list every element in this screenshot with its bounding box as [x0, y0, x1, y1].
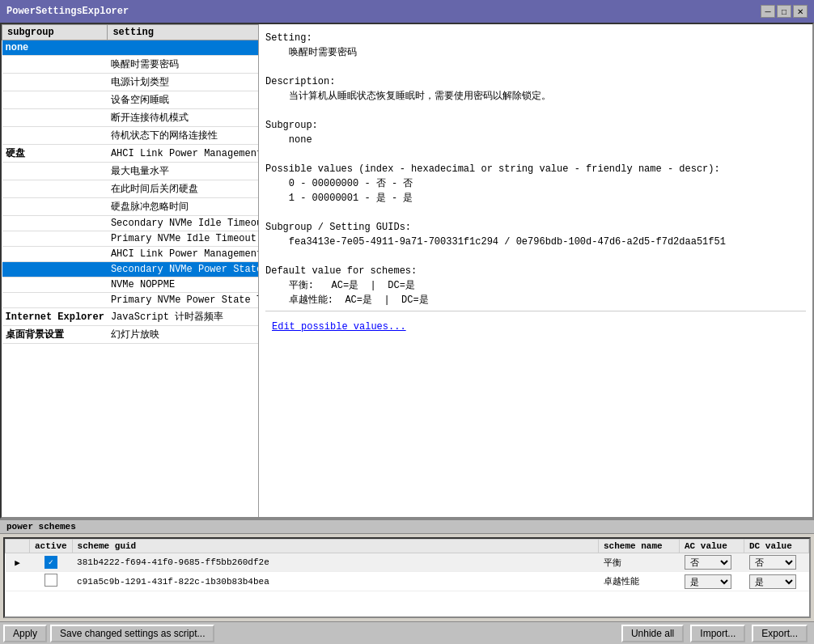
table-row[interactable]: Internet ExplorerJavaScript 计时器频率	[2, 308, 260, 326]
subgroup-cell	[2, 293, 108, 308]
edit-possible-values-link[interactable]: Edit possible values...	[265, 318, 413, 336]
table-row[interactable]: 断开连接待机模式	[2, 109, 260, 127]
right-panel: Setting: 唤醒时需要密码 Description: 当计算机从睡眠状态恢…	[259, 24, 812, 517]
scheme-name: 卓越性能	[599, 572, 680, 591]
dc-value-select[interactable]: 否是	[744, 553, 809, 572]
setting-cell: AHCI Link Power Management	[108, 247, 259, 262]
subgroup-cell	[2, 216, 108, 231]
table-row[interactable]: none	[2, 40, 260, 56]
setting-cell: AHCI Link Power Management	[108, 145, 259, 163]
export-button[interactable]: Export...	[752, 625, 808, 642]
subgroup-cell	[2, 231, 108, 247]
subgroup-cell	[2, 127, 108, 145]
col-dc: DC value	[744, 540, 809, 553]
setting-header: setting	[108, 25, 259, 40]
setting-cell: 电源计划类型	[108, 74, 259, 91]
subgroup-cell: Internet Explorer	[2, 308, 108, 326]
table-row[interactable]: 唤醒时需要密码	[2, 56, 260, 74]
maximize-button[interactable]: □	[777, 5, 791, 18]
setting-cell: NVMe NOPPME	[108, 278, 259, 293]
dc-select[interactable]: 否是	[749, 574, 796, 589]
schemes-table-area: active scheme guid scheme name AC value …	[3, 537, 811, 618]
subgroup-cell	[2, 74, 108, 91]
table-row[interactable]: 桌面背景设置幻灯片放映	[2, 326, 260, 344]
table-row[interactable]: 待机状态下的网络连接性	[2, 127, 260, 145]
table-row[interactable]: Primary NVMe Idle Timeout	[2, 231, 260, 247]
setting-cell: 最大电量水平	[108, 163, 259, 180]
col-active2: active	[30, 540, 73, 553]
setting-cell: Primary NVMe Power State T.	[108, 293, 259, 308]
schemes-header: power schemes	[0, 520, 814, 534]
subgroup-cell: 硬盘	[2, 145, 108, 163]
setting-cell	[108, 40, 259, 56]
ac-value-select[interactable]: 否是	[680, 572, 744, 591]
setting-cell: 待机状态下的网络连接性	[108, 127, 259, 145]
import-button[interactable]: Import...	[690, 625, 745, 642]
subgroup-header: subgroup	[2, 25, 108, 40]
subgroup-cell	[2, 198, 108, 216]
table-row[interactable]: 在此时间后关闭硬盘	[2, 180, 260, 198]
ac-value-select[interactable]: 否是	[680, 553, 744, 572]
setting-cell: 唤醒时需要密码	[108, 56, 259, 74]
setting-cell: 断开连接待机模式	[108, 109, 259, 127]
scheme-guid: c91a5c9b-1291-431f-822c-1b30b83b4bea	[72, 572, 598, 591]
bottom-right-buttons: Unhide all Import... Export...	[621, 625, 811, 642]
table-row[interactable]: 最大电量水平	[2, 163, 260, 180]
col-guid: scheme guid	[72, 540, 598, 553]
subgroup-cell	[2, 56, 108, 74]
table-row[interactable]: Primary NVMe Power State T.	[2, 293, 260, 308]
setting-cell: Secondary NVMe Idle Timeou	[108, 216, 259, 231]
subgroup-cell	[2, 262, 108, 278]
dc-select[interactable]: 否是	[749, 555, 796, 570]
setting-cell: 硬盘脉冲忽略时间	[108, 198, 259, 216]
scheme-guid: 381b4222-f694-41f0-9685-ff5bb260df2e	[72, 553, 598, 572]
ac-select[interactable]: 否是	[685, 574, 731, 589]
table-row[interactable]: Secondary NVMe Power State	[2, 262, 260, 278]
subgroup-cell	[2, 109, 108, 127]
bottom-bar: Apply Save changed settings as script...…	[0, 621, 814, 644]
subgroup-cell	[2, 278, 108, 293]
setting-cell: JavaScript 计时器频率	[108, 308, 259, 326]
save-script-button[interactable]: Save changed settings as script...	[50, 625, 214, 642]
row-arrow: ▶	[6, 553, 30, 572]
active-checkbox[interactable]: ✓	[30, 553, 73, 572]
table-row[interactable]: 硬盘脉冲忽略时间	[2, 198, 260, 216]
subgroup-cell: none	[2, 40, 108, 56]
scheme-name: 平衡	[599, 553, 680, 572]
subgroup-cell	[2, 180, 108, 198]
table-row[interactable]: 设备空闲睡眠	[2, 91, 260, 109]
subgroup-cell	[2, 91, 108, 109]
setting-cell: 幻灯片放映	[108, 326, 259, 344]
setting-cell: 在此时间后关闭硬盘	[108, 180, 259, 198]
apply-button[interactable]: Apply	[3, 625, 47, 642]
ac-select[interactable]: 否是	[685, 555, 731, 570]
main-area: subgroup setting none唤醒时需要密码电源计划类型设备空闲睡眠…	[0, 23, 814, 519]
setting-cell: 设备空闲睡眠	[108, 91, 259, 109]
col-active	[6, 540, 30, 553]
col-ac: AC value	[680, 540, 744, 553]
settings-table: subgroup setting none唤醒时需要密码电源计划类型设备空闲睡眠…	[2, 24, 259, 344]
col-name: scheme name	[599, 540, 680, 553]
schemes-table: active scheme guid scheme name AC value …	[5, 539, 809, 591]
setting-cell: Primary NVMe Idle Timeout	[108, 231, 259, 247]
table-row[interactable]: 硬盘AHCI Link Power Management	[2, 145, 260, 163]
subgroup-cell: 桌面背景设置	[2, 326, 108, 344]
table-row[interactable]: Secondary NVMe Idle Timeou	[2, 216, 260, 231]
dc-value-select[interactable]: 否是	[744, 572, 809, 591]
subgroup-cell	[2, 247, 108, 262]
schemes-section: power schemes active scheme guid scheme …	[0, 519, 814, 621]
close-button[interactable]: ✕	[793, 5, 808, 18]
minimize-button[interactable]: ─	[761, 5, 775, 18]
table-row[interactable]: 电源计划类型	[2, 74, 260, 91]
scheme-row: c91a5c9b-1291-431f-822c-1b30b83b4bea卓越性能…	[6, 572, 809, 591]
window-controls: ─ □ ✕	[761, 5, 808, 18]
table-row[interactable]: NVMe NOPPME	[2, 278, 260, 293]
row-arrow	[6, 572, 30, 591]
subgroup-cell	[2, 163, 108, 180]
table-row[interactable]: AHCI Link Power Management	[2, 247, 260, 262]
active-checkbox[interactable]	[30, 572, 73, 591]
setting-cell: Secondary NVMe Power State	[108, 262, 259, 278]
scheme-row: ▶✓381b4222-f694-41f0-9685-ff5bb260df2e平衡…	[6, 553, 809, 572]
title-bar: PowerSettingsExplorer ─ □ ✕	[0, 0, 814, 23]
unhide-button[interactable]: Unhide all	[621, 625, 684, 642]
